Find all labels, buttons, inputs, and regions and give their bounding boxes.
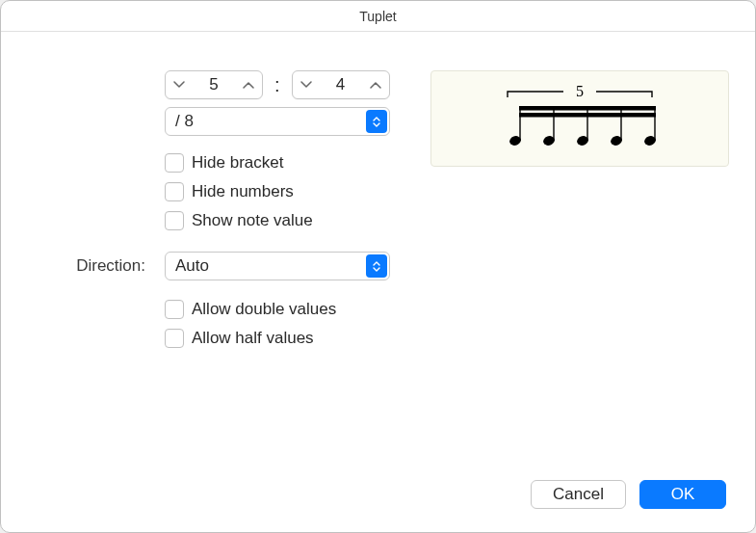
numerator-stepper[interactable]: 5 xyxy=(165,70,263,99)
denominator-stepper[interactable]: 4 xyxy=(292,70,390,99)
allow-half-checkbox[interactable] xyxy=(165,329,184,348)
show-note-value-checkbox[interactable] xyxy=(165,211,184,230)
denominator-increment[interactable] xyxy=(362,71,389,98)
dialog-content: 5 : 4 xyxy=(1,32,755,532)
hide-numbers-checkbox[interactable] xyxy=(165,182,184,201)
titlebar: Tuplet xyxy=(1,1,755,32)
allow-double-checkbox[interactable] xyxy=(165,300,184,319)
notation-icon: 5 xyxy=(488,80,671,157)
tuplet-number: 5 xyxy=(576,83,584,99)
division-selected: / 8 xyxy=(175,112,194,131)
show-note-value-row: Show note value xyxy=(165,211,726,230)
hide-numbers-row: Hide numbers xyxy=(165,182,726,201)
tuplet-preview: 5 xyxy=(430,70,729,167)
allow-double-label: Allow double values xyxy=(192,300,336,319)
denominator-value: 4 xyxy=(320,75,362,94)
window-title: Tuplet xyxy=(359,9,396,24)
ratio-separator: : xyxy=(274,74,280,96)
numerator-increment[interactable] xyxy=(235,71,262,98)
select-arrows-icon xyxy=(366,110,387,133)
ok-label: OK xyxy=(671,485,695,504)
direction-row: Direction: Auto xyxy=(30,252,726,280)
direction-select[interactable]: Auto xyxy=(165,252,390,280)
numerator-decrement[interactable] xyxy=(166,71,193,98)
division-select[interactable]: / 8 xyxy=(165,107,390,136)
dialog-footer: Cancel OK xyxy=(531,480,726,509)
hide-bracket-label: Hide bracket xyxy=(192,153,283,173)
tuplet-dialog: Tuplet 5 : xyxy=(0,0,756,533)
direction-selected: Auto xyxy=(175,256,209,276)
numerator-value: 5 xyxy=(193,75,235,94)
denominator-decrement[interactable] xyxy=(293,71,320,98)
allow-half-row: Allow half values xyxy=(165,329,726,348)
direction-label: Direction: xyxy=(30,256,155,276)
select-arrows-icon xyxy=(366,254,387,278)
show-note-value-label: Show note value xyxy=(192,211,313,230)
hide-bracket-checkbox[interactable] xyxy=(165,153,184,173)
allow-double-row: Allow double values xyxy=(165,300,726,319)
cancel-button[interactable]: Cancel xyxy=(531,480,626,509)
cancel-label: Cancel xyxy=(553,485,604,504)
allow-half-label: Allow half values xyxy=(192,329,314,348)
hide-numbers-label: Hide numbers xyxy=(192,182,294,201)
ok-button[interactable]: OK xyxy=(639,480,726,509)
